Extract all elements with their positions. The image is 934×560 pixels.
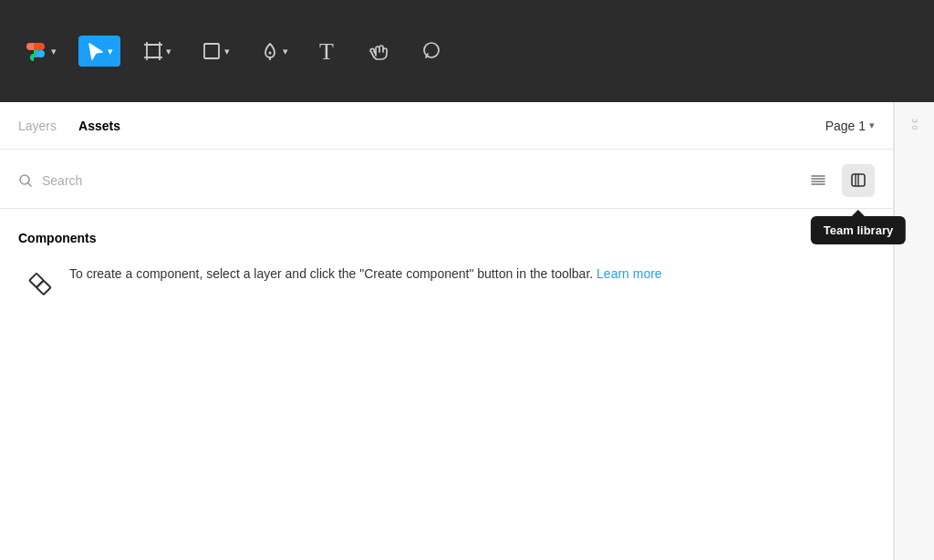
svg-rect-21 <box>29 274 44 288</box>
scroll-indicator: 3 0 <box>910 119 919 130</box>
page-label: Page 1 <box>825 119 866 133</box>
components-section: Components To create a component, select… <box>0 209 893 327</box>
select-tool-chevron: ▾ <box>108 46 113 57</box>
main-toolbar: ▾ ▾ ▾ ▾ <box>0 0 934 102</box>
left-panel: Layers Assets Page 1 ▾ <box>0 102 894 560</box>
learn-more-link[interactable]: Learn more <box>597 266 662 281</box>
svg-rect-22 <box>36 280 51 295</box>
components-description: To create a component, select a layer an… <box>69 264 662 284</box>
search-actions: Team library <box>802 164 875 197</box>
pen-tool-chevron: ▾ <box>283 46 288 57</box>
figma-logo-chevron: ▾ <box>51 46 57 57</box>
page-selector[interactable]: Page 1 ▾ <box>825 119 875 133</box>
svg-rect-1 <box>147 45 160 57</box>
tab-layers[interactable]: Layers <box>18 115 57 137</box>
search-input[interactable] <box>42 173 793 188</box>
svg-rect-10 <box>204 44 219 58</box>
team-library-icon <box>849 171 867 190</box>
main-area: Layers Assets Page 1 ▾ <box>0 102 934 560</box>
comment-tool-button[interactable] <box>412 34 451 68</box>
list-view-icon <box>810 172 826 189</box>
frame-tool-button[interactable]: ▾ <box>135 35 179 67</box>
figma-logo-button[interactable]: ▾ <box>18 34 64 68</box>
components-title: Components <box>18 231 875 245</box>
team-library-button[interactable] <box>842 164 875 197</box>
shape-tool-chevron: ▾ <box>224 46 230 57</box>
svg-text:T: T <box>319 39 334 63</box>
search-bar: Team library <box>0 150 893 209</box>
frame-tool-chevron: ▾ <box>166 46 171 57</box>
team-library-wrapper: Team library <box>842 164 875 197</box>
search-icon <box>18 173 33 188</box>
svg-point-0 <box>37 50 45 57</box>
panel-header: Layers Assets Page 1 ▾ <box>0 102 893 150</box>
tab-assets[interactable]: Assets <box>78 115 120 137</box>
svg-point-11 <box>269 52 272 55</box>
hand-tool-button[interactable] <box>359 34 398 68</box>
svg-line-16 <box>28 183 32 187</box>
right-scrollbar[interactable]: 3 0 <box>894 102 934 560</box>
shape-tool-button[interactable]: ▾ <box>193 35 237 67</box>
text-tool-button[interactable]: T <box>310 34 345 68</box>
components-description-text: To create a component, select a layer an… <box>69 266 593 281</box>
pen-tool-button[interactable]: ▾ <box>252 35 296 67</box>
page-chevron-down-icon: ▾ <box>869 119 875 131</box>
select-tool-button[interactable]: ▾ <box>78 36 120 67</box>
components-info: To create a component, select a layer an… <box>18 264 875 306</box>
component-icon <box>18 265 55 306</box>
list-view-button[interactable] <box>802 164 835 197</box>
